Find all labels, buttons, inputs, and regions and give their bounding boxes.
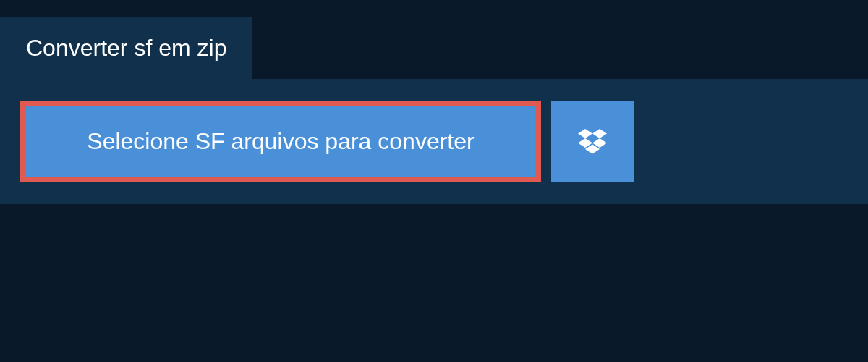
tab-title: Converter sf em zip (0, 17, 252, 79)
button-row: Selecione SF arquivos para converter (20, 101, 848, 182)
tab-title-text: Converter sf em zip (26, 35, 226, 61)
dropbox-icon (578, 129, 607, 155)
select-files-label: Selecione SF arquivos para converter (87, 128, 474, 155)
select-files-button[interactable]: Selecione SF arquivos para converter (20, 101, 541, 182)
content-panel: Selecione SF arquivos para converter (0, 79, 868, 204)
dropbox-button[interactable] (551, 101, 634, 182)
